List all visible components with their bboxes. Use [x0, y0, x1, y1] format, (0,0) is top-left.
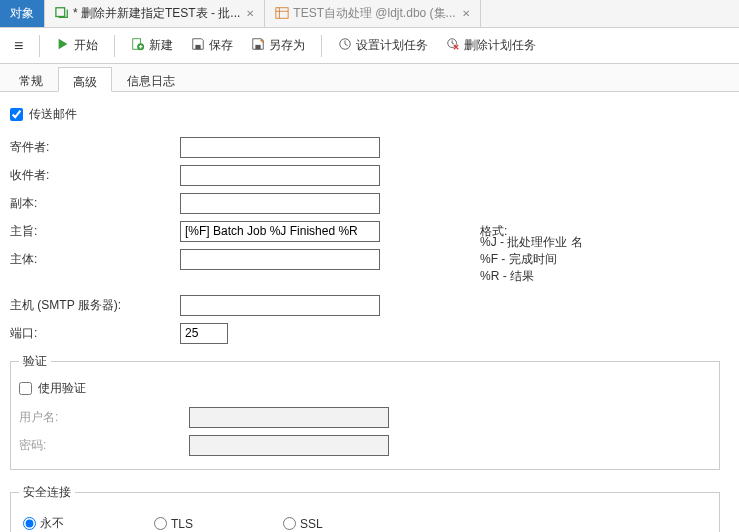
subtab-general[interactable]: 常规 — [4, 66, 58, 91]
tab-label: * 删除并新建指定TEST表 - 批... — [73, 5, 240, 22]
username-input — [189, 407, 389, 428]
subtab-log[interactable]: 信息日志 — [112, 66, 190, 91]
cc-input[interactable] — [180, 193, 380, 214]
port-input[interactable] — [180, 323, 228, 344]
saveas-button[interactable]: 另存为 — [243, 33, 313, 58]
radio-never[interactable]: 永不 — [23, 515, 64, 532]
password-input — [189, 435, 389, 456]
clock-delete-icon — [446, 37, 460, 54]
auth-legend: 验证 — [19, 353, 51, 370]
subject-label: 主旨: — [10, 223, 180, 240]
host-label: 主机 (SMTP 服务器): — [10, 297, 180, 314]
button-label: 开始 — [74, 37, 98, 54]
tab-objects[interactable]: 对象 — [0, 0, 45, 27]
security-fieldset: 安全连接 永不 TLS SSL — [10, 484, 720, 532]
use-auth-label: 使用验证 — [38, 380, 86, 397]
batch-icon — [55, 6, 69, 22]
port-label: 端口: — [10, 325, 180, 342]
from-label: 寄件者: — [10, 139, 180, 156]
format-r: %R - 结果 — [480, 268, 583, 285]
use-auth-checkbox[interactable] — [19, 382, 32, 395]
subtab-advanced[interactable]: 高级 — [58, 67, 112, 92]
svg-rect-0 — [56, 7, 65, 16]
send-mail-label: 传送邮件 — [29, 106, 77, 123]
format-j: %J - 批处理作业 名 — [480, 234, 583, 251]
close-icon[interactable]: ✕ — [246, 8, 254, 19]
cc-label: 副本: — [10, 195, 180, 212]
from-input[interactable] — [180, 137, 380, 158]
button-label: 删除计划任务 — [464, 37, 536, 54]
tab-label: 对象 — [10, 5, 34, 22]
to-label: 收件者: — [10, 167, 180, 184]
button-label: 另存为 — [269, 37, 305, 54]
radio-tls[interactable]: TLS — [154, 517, 193, 531]
svg-rect-1 — [276, 7, 288, 18]
saveas-icon — [251, 37, 265, 54]
svg-rect-6 — [196, 45, 201, 49]
schedule-button[interactable]: 设置计划任务 — [330, 33, 436, 58]
button-label: 新建 — [149, 37, 173, 54]
tab-auto[interactable]: TEST自动处理 @ldjt.dbo (集... ✕ — [265, 0, 480, 27]
svg-rect-7 — [256, 45, 261, 49]
delete-schedule-button[interactable]: 删除计划任务 — [438, 33, 544, 58]
play-icon — [56, 37, 70, 54]
save-icon — [191, 37, 205, 54]
body-label: 主体: — [10, 251, 180, 268]
body-input[interactable] — [180, 249, 380, 270]
button-label: 保存 — [209, 37, 233, 54]
auth-fieldset: 验证 使用验证 用户名: 密码: — [10, 353, 720, 470]
table-icon — [275, 6, 289, 22]
menu-icon[interactable]: ≡ — [6, 37, 31, 55]
radio-ssl[interactable]: SSL — [283, 517, 323, 531]
start-button[interactable]: 开始 — [48, 33, 106, 58]
password-label: 密码: — [19, 437, 189, 454]
clock-icon — [338, 37, 352, 54]
tab-label: TEST自动处理 @ldjt.dbo (集... — [293, 5, 455, 22]
close-icon[interactable]: ✕ — [462, 8, 470, 19]
username-label: 用户名: — [19, 409, 189, 426]
to-input[interactable] — [180, 165, 380, 186]
tab-batch-job[interactable]: * 删除并新建指定TEST表 - 批... ✕ — [45, 0, 265, 27]
security-legend: 安全连接 — [19, 484, 75, 501]
button-label: 设置计划任务 — [356, 37, 428, 54]
send-mail-checkbox[interactable] — [10, 108, 23, 121]
new-button[interactable]: 新建 — [123, 33, 181, 58]
save-button[interactable]: 保存 — [183, 33, 241, 58]
host-input[interactable] — [180, 295, 380, 316]
new-icon — [131, 37, 145, 54]
subject-input[interactable] — [180, 221, 380, 242]
format-f: %F - 完成时间 — [480, 251, 583, 268]
